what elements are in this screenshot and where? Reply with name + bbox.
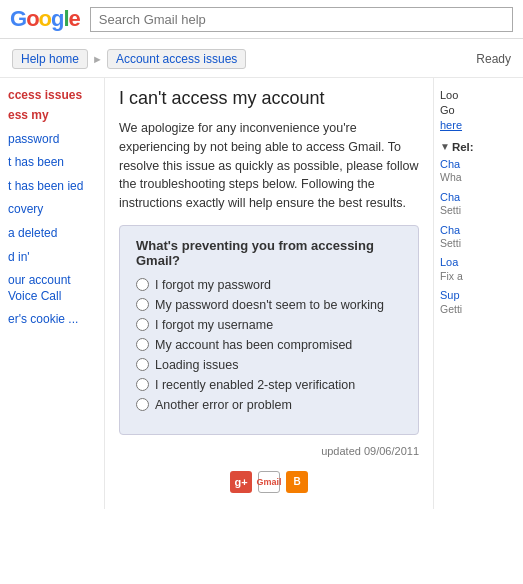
main-layout: ccess issues ess my password t has been …: [0, 78, 523, 509]
radio-label-0: I forgot my password: [155, 278, 271, 292]
related-title: ▼ Rel:: [440, 141, 517, 153]
radio-item-4[interactable]: Loading issues: [136, 358, 402, 372]
related-sub-0: Wha: [440, 171, 462, 183]
google-plus-icon[interactable]: g+: [230, 471, 252, 493]
sidebar-item-3[interactable]: t has been ied: [8, 179, 96, 195]
description-text: We apologize for any inconvenience you'r…: [119, 119, 419, 213]
radio-input-1[interactable]: [136, 298, 149, 311]
radio-item-2[interactable]: I forgot my username: [136, 318, 402, 332]
breadcrumb: Help home ► Account access issues: [12, 49, 246, 69]
radio-input-6[interactable]: [136, 398, 149, 411]
related-link-4[interactable]: Sup: [440, 288, 517, 302]
right-top-section: LooGo here: [440, 88, 517, 131]
sidebar-item-4[interactable]: covery: [8, 202, 96, 218]
related-link-2[interactable]: Cha: [440, 223, 517, 237]
right-top-text: LooGo: [440, 89, 458, 116]
header: Google: [0, 0, 523, 39]
related-item-1: Cha Setti: [440, 190, 517, 217]
sidebar-item-0[interactable]: ess my: [8, 108, 96, 124]
breadcrumb-bar: Help home ► Account access issues Ready: [0, 39, 523, 78]
related-sub-3: Fix a: [440, 270, 463, 282]
breadcrumb-home[interactable]: Help home: [12, 49, 88, 69]
sidebar-item-5[interactable]: a deleted: [8, 226, 96, 242]
related-sub-1: Setti: [440, 204, 461, 216]
right-top-link[interactable]: here: [440, 119, 517, 131]
related-item-3: Loa Fix a: [440, 255, 517, 282]
status-text: Ready: [476, 52, 511, 66]
related-sub-4: Getti: [440, 303, 462, 315]
radio-item-1[interactable]: My password doesn't seem to be working: [136, 298, 402, 312]
breadcrumb-arrow-icon: ►: [92, 53, 103, 65]
right-sidebar: LooGo here ▼ Rel: Cha Wha Cha Setti Cha …: [433, 78, 523, 509]
radio-input-4[interactable]: [136, 358, 149, 371]
related-sub-2: Setti: [440, 237, 461, 249]
radio-label-2: I forgot my username: [155, 318, 273, 332]
radio-label-3: My account has been compromised: [155, 338, 352, 352]
sidebar-item-7[interactable]: our account Voice Call: [8, 273, 96, 304]
radio-label-4: Loading issues: [155, 358, 238, 372]
radio-label-1: My password doesn't seem to be working: [155, 298, 384, 312]
radio-item-0[interactable]: I forgot my password: [136, 278, 402, 292]
sidebar-item-1[interactable]: password: [8, 132, 96, 148]
options-form-box: What's preventing you from accessing Gma…: [119, 225, 419, 435]
radio-input-2[interactable]: [136, 318, 149, 331]
page-title: I can't access my account: [119, 88, 419, 109]
sidebar-title: ccess issues: [8, 88, 96, 102]
related-item-4: Sup Getti: [440, 288, 517, 315]
google-logo: Google: [10, 6, 80, 32]
blogger-icon[interactable]: B: [286, 471, 308, 493]
radio-input-0[interactable]: [136, 278, 149, 291]
sidebar-item-6[interactable]: d in': [8, 250, 96, 266]
updated-text: updated 09/06/2011: [119, 445, 419, 457]
sidebar-item-2[interactable]: t has been: [8, 155, 96, 171]
triangle-icon: ▼: [440, 141, 450, 152]
radio-input-5[interactable]: [136, 378, 149, 391]
related-link-1[interactable]: Cha: [440, 190, 517, 204]
related-label: Rel:: [452, 141, 474, 153]
main-content: I can't access my account We apologize f…: [105, 78, 433, 509]
related-link-0[interactable]: Cha: [440, 157, 517, 171]
radio-label-6: Another error or problem: [155, 398, 292, 412]
radio-input-3[interactable]: [136, 338, 149, 351]
breadcrumb-current[interactable]: Account access issues: [107, 49, 246, 69]
related-item-2: Cha Setti: [440, 223, 517, 250]
radio-item-6[interactable]: Another error or problem: [136, 398, 402, 412]
sidebar-item-8[interactable]: er's cookie ...: [8, 312, 96, 328]
radio-label-5: I recently enabled 2-step verification: [155, 378, 355, 392]
left-sidebar: ccess issues ess my password t has been …: [0, 78, 105, 509]
form-box-title: What's preventing you from accessing Gma…: [136, 238, 402, 268]
related-link-3[interactable]: Loa: [440, 255, 517, 269]
radio-item-3[interactable]: My account has been compromised: [136, 338, 402, 352]
radio-item-5[interactable]: I recently enabled 2-step verification: [136, 378, 402, 392]
search-input[interactable]: [90, 7, 513, 32]
gmail-icon[interactable]: Gmail: [258, 471, 280, 493]
social-row: g+ Gmail B: [119, 465, 419, 499]
related-item-0: Cha Wha: [440, 157, 517, 184]
